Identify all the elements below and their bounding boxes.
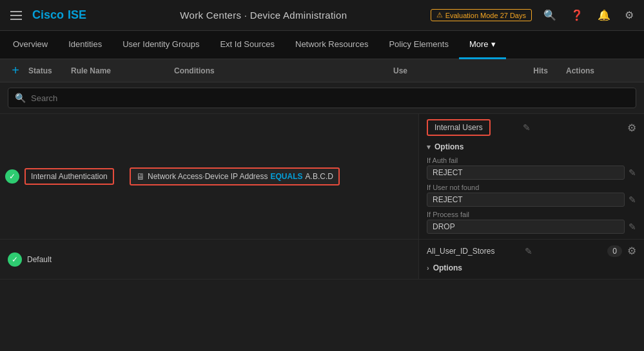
if-process-fail-label: If Process fail [427,211,636,218]
search-input-wrap: 🔍 [8,88,636,108]
rule-name-cell: Internal Authentication [24,168,124,185]
nav-item-network-resources[interactable]: Network Resources [285,31,378,59]
col-header-rule-name: Rule Name [71,66,174,75]
col-header-hits: Hits [509,66,548,75]
condition-box[interactable]: 🖥 Network Access·Device IP Address EQUAL… [130,167,340,185]
default-row-left: ✓ Default [0,240,418,279]
col-header-conditions: Conditions [174,66,393,75]
if-auth-fail-row: If Auth fail REJECT ✎ [427,157,636,180]
eval-badge-text: Evaluation Mode 27 Days [445,12,526,19]
rule-name-box[interactable]: Internal Authentication [24,168,114,185]
default-use-label: All_User_ID_Stores [427,247,494,256]
default-gear-icon[interactable]: ⚙ [627,245,636,257]
options-header[interactable]: ▾ Options [427,141,636,153]
settings-button[interactable]: ⚙ [622,6,636,24]
col-header-status: Status [26,66,71,75]
options-chevron-icon: ▾ [427,143,431,151]
if-process-fail-value-row: DROP ✎ [427,220,636,234]
nav-item-user-identity-groups[interactable]: User Identity Groups [112,31,210,59]
nav-item-policy-elements[interactable]: Policy Elements [378,31,458,59]
edit-auth-fail-icon[interactable]: ✎ [629,167,636,178]
status-check: ✓ [9,172,15,181]
add-rule-button[interactable]: + [5,63,26,78]
monitor-icon: 🖥 [136,171,145,182]
hamburger-menu[interactable] [8,8,24,23]
default-row-right: All_User_ID_Stores ✎ 0 ⚙ › Options [418,240,644,279]
conditions-cell: 🖥 Network Access·Device IP Address EQUAL… [130,167,413,185]
condition-keyword: EQUALS [271,172,303,181]
options-section: ▾ Options If Auth fail REJECT ✎ If User … [427,141,636,234]
use-label[interactable]: Internal Users [427,119,491,136]
nav-item-more[interactable]: More ▾ [459,31,506,59]
help-button[interactable]: ❓ [568,6,586,24]
edit-use-icon[interactable]: ✎ [523,122,531,133]
edit-process-fail-icon[interactable]: ✎ [629,222,636,232]
nav-item-identities[interactable]: Identities [58,31,112,59]
gear-icon[interactable]: ⚙ [627,122,636,134]
if-user-not-found-label: If User not found [427,184,636,191]
if-user-not-found-row: If User not found REJECT ✎ [427,184,636,207]
if-auth-fail-value: REJECT [427,166,625,180]
secondary-nav: Overview Identities User Identity Groups… [0,31,644,59]
rule-row-left: ✓ Internal Authentication 🖥 Network Acce… [0,114,418,239]
logo-cisco: Cisco [32,8,64,22]
default-edit-icon[interactable]: ✎ [525,246,532,256]
condition-suffix: A.B.C.D [306,172,333,181]
alerts-button[interactable]: 🔔 [595,6,613,24]
eval-badge: ⚠ Evaluation Mode 27 Days [431,9,532,21]
if-auth-fail-value-row: REJECT ✎ [427,166,636,180]
add-icon: + [12,63,19,78]
default-use-row: All_User_ID_Stores ✎ 0 ⚙ [427,245,636,257]
default-options-section: › Options [427,262,636,274]
default-options-header[interactable]: › Options [427,262,636,274]
default-options-chevron-icon: › [427,264,429,272]
search-input[interactable] [31,93,629,103]
hits-gear-area: ⚙ [559,122,636,134]
default-options-label: Options [433,263,462,272]
edit-user-not-found-icon[interactable]: ✎ [629,194,636,205]
if-user-not-found-value-row: REJECT ✎ [427,193,636,207]
status-icon: ✓ [5,169,19,184]
default-hits-badge: 0 [607,245,622,257]
nav-item-overview[interactable]: Overview [3,31,58,59]
topbar-actions: ⚠ Evaluation Mode 27 Days 🔍 ❓ 🔔 ⚙ [431,6,636,24]
condition-prefix: Network Access·Device IP Address [148,172,268,181]
content-area: + Status Rule Name Conditions Use Hits A… [0,59,644,351]
use-row: Internal Users ✎ ⚙ [427,119,636,136]
more-chevron-icon: ▾ [491,39,496,49]
if-process-fail-value: DROP [427,220,625,234]
if-process-fail-row: If Process fail DROP ✎ [427,211,636,234]
nav-item-ext-id-sources[interactable]: Ext Id Sources [210,31,285,59]
if-user-not-found-value: REJECT [427,193,625,207]
search-button[interactable]: 🔍 [541,6,559,24]
if-auth-fail-label: If Auth fail [427,157,636,164]
col-header-use: Use [393,66,509,75]
default-status-icon: ✓ [8,252,22,267]
default-row: ✓ Default All_User_ID_Stores ✎ 0 ⚙ › Opt… [0,240,644,280]
table-row: ✓ Internal Authentication 🖥 Network Acce… [0,114,644,240]
app-logo: Cisco ISE [32,8,97,22]
default-status-check: ✓ [12,255,18,264]
col-header-actions: Actions [548,66,600,75]
search-bar: 🔍 [0,82,644,114]
options-label: Options [434,142,463,151]
default-hits-gear-row: 0 ⚙ [559,245,636,257]
default-label: Default [27,255,52,264]
rows-area: ✓ Internal Authentication 🖥 Network Acce… [0,114,644,351]
page-title: Work Centers · Device Administration [104,10,423,21]
topbar: Cisco ISE Work Centers · Device Administ… [0,0,644,31]
rule-row-right: Internal Users ✎ ⚙ ▾ Options If Auth fai… [418,114,644,239]
logo-ise: ISE [68,8,86,22]
table-header: + Status Rule Name Conditions Use Hits A… [0,59,644,82]
warning-icon: ⚠ [436,11,443,19]
search-icon: 🔍 [15,93,26,103]
